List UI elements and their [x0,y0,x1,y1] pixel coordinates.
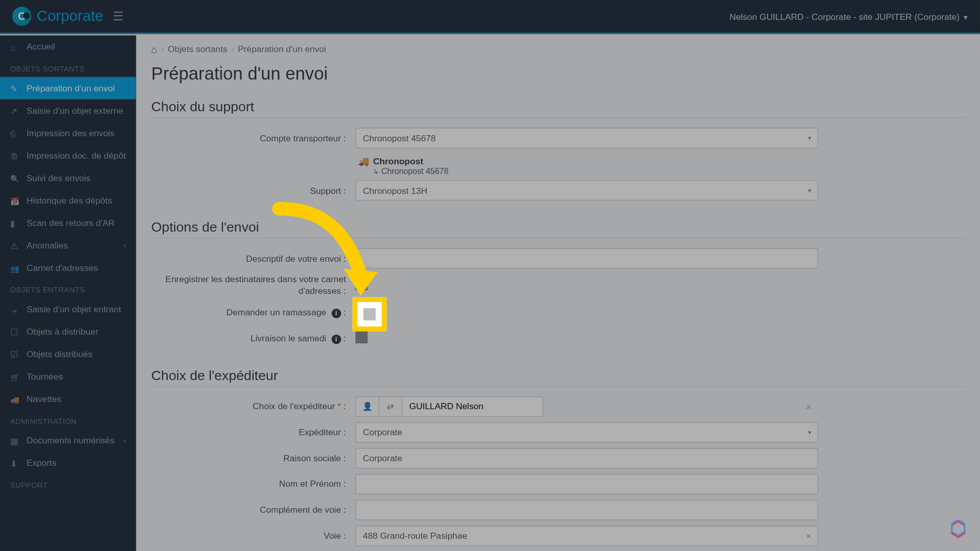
sidebar-item-navettes[interactable]: Navettes [0,388,136,410]
label-expediteur: Expéditeur : [151,428,355,438]
sidebar-label: Historique des dépôts [27,195,112,206]
warning-icon [10,240,20,250]
label-descriptif: Descriptif de votre envoi : [151,254,355,264]
sidebar-item-distribuer[interactable]: Objets à distribuer [0,320,136,343]
section-title-options: Options de l'envoi [151,220,965,236]
breadcrumb-item: Préparation d'un envoi [238,44,326,55]
download-icon [10,458,20,468]
print-icon [10,128,20,138]
sidebar-label: Impression doc. de dépôt [27,151,126,161]
label-nom: Nom et Prénom : [151,479,355,489]
sidebar-label: Exports [27,458,57,468]
label-compte-transporteur: Compte transporteur : [151,133,355,143]
hamburger-icon[interactable]: ☰ [113,9,124,23]
help-widget-icon[interactable] [949,520,968,539]
check-icon [10,349,20,359]
user-menu[interactable]: Nelson GUILLARD - Corporate - site JUPIT… [729,11,968,21]
breadcrumb-sep: › [161,45,163,53]
sidebar-label: Carnet d'adresses [27,263,98,273]
label-choix-exped: Choix de l'expéditeur * : [151,402,355,412]
divider [151,118,965,118]
sidebar-item-saisie-entrant[interactable]: Saisie d'un objet entrant [0,298,136,320]
breadcrumb-item[interactable]: Objets sortants [168,44,228,55]
info-icon[interactable]: i [331,335,341,344]
label-complement: Complément de voie : [151,505,355,515]
truck-icon [10,394,20,404]
sidebar-label: Suivi des envois [27,173,90,183]
exped-user-button[interactable]: 👤 [355,396,378,417]
input-voie[interactable] [355,525,818,546]
sidebar-item-tournees[interactable]: Tournées [0,365,136,388]
sidebar-section-sortants: OBJETS SORTANTS [0,58,136,77]
input-raison[interactable] [355,448,818,468]
logo-icon: C [12,7,31,26]
label-save-addr: Enregistrer les destinataires dans votre… [151,274,355,297]
sidebar-item-saisie-externe[interactable]: Saisie d'un objet externe [0,99,136,122]
sidebar-label: Saisie d'un objet entrant [27,304,121,314]
label-raison: Raison sociale : [151,453,355,463]
input-nom[interactable] [355,474,818,494]
sidebar-item-historique[interactable]: Historique des dépôts [0,189,136,212]
carrier-sub: Chronopost 45678 [358,167,965,177]
checkbox-save-addr[interactable] [355,279,368,291]
sidebar-item-carnet[interactable]: Carnet d'adresses [0,257,136,279]
sidebar-label: Anomalies [27,240,68,251]
sidebar-section-admin: ADMINISTRATION [0,410,136,429]
external-icon [10,106,20,115]
sidebar-item-exports[interactable]: Exports [0,452,136,474]
sidebar-label: Préparation d'un envoi [27,83,115,93]
sidebar-label: Accueil [27,41,55,52]
home-icon[interactable] [151,43,157,55]
clear-icon[interactable]: × [805,401,811,412]
checkbox-saturday-highlighted[interactable] [363,308,376,320]
input-descriptif[interactable] [355,248,818,269]
checkbox-saturday[interactable] [355,332,368,344]
sidebar-item-home[interactable]: Accueil [0,35,136,58]
user-info-text: Nelson GUILLARD - Corporate - site JUPIT… [729,11,960,21]
info-icon[interactable]: i [331,309,341,318]
home-icon [10,42,20,52]
search-icon [10,173,20,183]
sidebar-item-anomalies[interactable]: Anomalies ‹ [0,234,136,257]
sidebar-label: Navettes [27,394,61,404]
users-icon [10,263,20,272]
box-icon [10,327,20,337]
sidebar-item-suivi[interactable]: Suivi des envois [0,167,136,189]
input-choix-exped[interactable] [402,396,543,417]
select-support[interactable]: Chronopost 13H [355,180,818,201]
tutorial-highlight-saturday-checkbox[interactable] [353,297,387,332]
top-navbar: C Corporate ☰ Nelson GUILLARD - Corporat… [0,0,980,34]
calendar-icon [10,195,20,205]
carrier-name: Chronopost [358,157,965,167]
clear-icon[interactable]: × [805,531,811,541]
sidebar-label: Objets à distribuer [27,327,99,337]
label-support: Support : [151,185,355,195]
chevron-right-icon: ‹ [124,241,126,249]
sidebar-item-distribues[interactable]: Objets distribués [0,343,136,365]
section-title-support: Choix du support [151,99,965,115]
brand-name: Corporate [37,8,103,26]
sidebar-section-support: SUPPORT [0,474,136,493]
sidebar-item-scan-ar[interactable]: Scan des retours d'AR [0,212,136,234]
divider [151,386,965,387]
cart-icon [10,372,20,382]
sidebar-item-impression-envois[interactable]: Impression des envois [0,122,136,144]
sidebar-label: Documents numérisés [27,435,114,445]
chevron-down-icon [964,11,968,21]
select-expediteur[interactable]: Corporate [355,422,818,443]
plus-icon [10,305,20,314]
input-complement[interactable] [355,500,818,520]
sidebar-item-docs-num[interactable]: Documents numérisés ‹ [0,429,136,452]
section-title-expediteur: Choix de l'expéditeur [151,368,965,384]
brand-logo[interactable]: C Corporate [12,7,103,26]
breadcrumb: › Objets sortants › Préparation d'un env… [136,35,980,63]
sidebar-item-preparation[interactable]: Préparation d'un envoi [0,77,136,99]
select-compte-transporteur[interactable]: Chronopost 45678 [355,128,818,148]
label-voie: Voie : [151,531,355,541]
page-title: Préparation d'un envoi [136,63,980,92]
sidebar-label: Scan des retours d'AR [27,218,115,228]
label-saturday: Livraison le samedi i : [151,333,355,344]
sidebar-item-impression-depot[interactable]: Impression doc. de dépôt [0,144,136,167]
exped-tree-button[interactable]: ⇄ [378,396,401,417]
label-pickup: Demander un ramassage i : [151,307,355,318]
